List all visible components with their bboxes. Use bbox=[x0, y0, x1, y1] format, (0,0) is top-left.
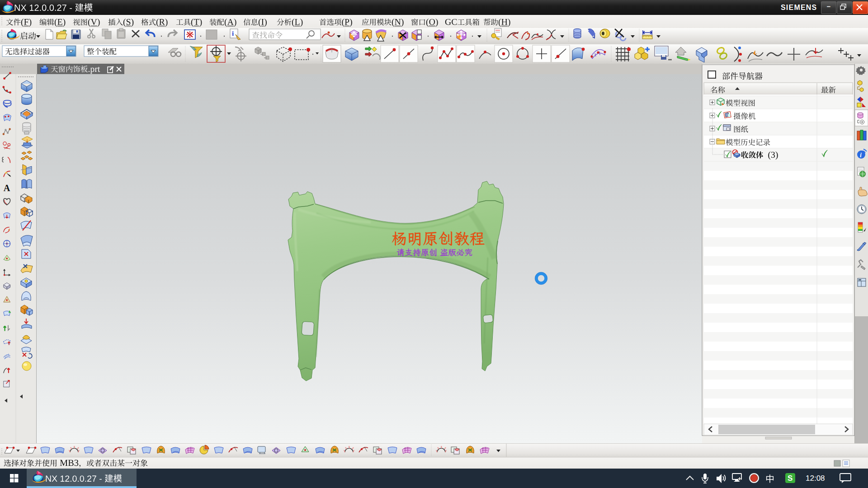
svg-text:A: A bbox=[4, 183, 10, 193]
svg-text:S: S bbox=[788, 474, 793, 483]
svg-text:i: i bbox=[860, 152, 862, 159]
svg-text:12:08: 12:08 bbox=[806, 474, 825, 483]
svg-text:i: i bbox=[232, 30, 234, 37]
